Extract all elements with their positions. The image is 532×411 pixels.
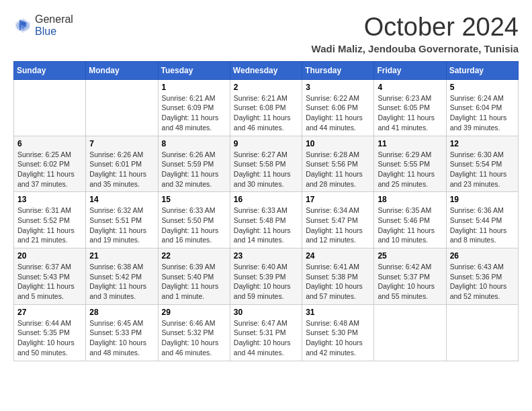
day-number: 13 [17, 195, 82, 204]
calendar-week-row: 1Sunrise: 6:21 AM Sunset: 6:09 PM Daylig… [14, 79, 519, 136]
calendar-cell [446, 304, 518, 361]
day-info: Sunrise: 6:44 AM Sunset: 5:35 PM Dayligh… [17, 318, 82, 358]
logo-line2: Blue [35, 26, 73, 38]
logo-text: General Blue [35, 13, 73, 38]
calendar-cell: 10Sunrise: 6:28 AM Sunset: 5:56 PM Dayli… [302, 136, 374, 192]
calendar-cell: 3Sunrise: 6:22 AM Sunset: 6:06 PM Daylig… [302, 79, 374, 136]
calendar-cell: 11Sunrise: 6:29 AM Sunset: 5:55 PM Dayli… [374, 136, 446, 192]
day-info: Sunrise: 6:28 AM Sunset: 5:56 PM Dayligh… [306, 150, 370, 189]
weekday-header: Thursday [302, 61, 374, 79]
day-number: 23 [234, 251, 298, 261]
day-info: Sunrise: 6:46 AM Sunset: 5:32 PM Dayligh… [162, 318, 226, 358]
calendar-cell: 24Sunrise: 6:41 AM Sunset: 5:38 PM Dayli… [302, 248, 374, 305]
day-info: Sunrise: 6:33 AM Sunset: 5:48 PM Dayligh… [234, 205, 298, 245]
day-info: Sunrise: 6:30 AM Sunset: 5:54 PM Dayligh… [450, 150, 515, 189]
calendar-cell: 8Sunrise: 6:26 AM Sunset: 5:59 PM Daylig… [158, 136, 230, 192]
day-number: 15 [162, 195, 226, 204]
calendar-cell [14, 79, 86, 136]
day-info: Sunrise: 6:48 AM Sunset: 5:30 PM Dayligh… [306, 318, 370, 358]
calendar-header: SundayMondayTuesdayWednesdayThursdayFrid… [14, 61, 519, 79]
calendar-body: 1Sunrise: 6:21 AM Sunset: 6:09 PM Daylig… [14, 79, 519, 361]
day-number: 31 [306, 308, 370, 317]
weekday-header: Friday [374, 61, 446, 79]
day-info: Sunrise: 6:45 AM Sunset: 5:33 PM Dayligh… [89, 318, 154, 358]
day-info: Sunrise: 6:38 AM Sunset: 5:42 PM Dayligh… [89, 262, 154, 302]
calendar-cell: 22Sunrise: 6:39 AM Sunset: 5:40 PM Dayli… [158, 248, 230, 305]
day-number: 30 [234, 308, 298, 317]
day-number: 12 [450, 139, 515, 148]
calendar-cell: 20Sunrise: 6:37 AM Sunset: 5:43 PM Dayli… [14, 248, 86, 305]
day-number: 16 [234, 195, 298, 204]
calendar-cell: 26Sunrise: 6:43 AM Sunset: 5:36 PM Dayli… [446, 248, 518, 305]
day-number: 19 [450, 195, 515, 204]
calendar-cell: 7Sunrise: 6:26 AM Sunset: 6:01 PM Daylig… [86, 136, 158, 192]
calendar-cell: 14Sunrise: 6:32 AM Sunset: 5:51 PM Dayli… [86, 192, 158, 248]
calendar-cell: 27Sunrise: 6:44 AM Sunset: 5:35 PM Dayli… [14, 304, 86, 361]
day-info: Sunrise: 6:36 AM Sunset: 5:44 PM Dayligh… [450, 205, 515, 245]
day-info: Sunrise: 6:26 AM Sunset: 6:01 PM Dayligh… [89, 150, 154, 189]
logo-icon [13, 16, 32, 35]
calendar-cell: 23Sunrise: 6:40 AM Sunset: 5:39 PM Dayli… [230, 248, 302, 305]
day-number: 9 [234, 139, 298, 148]
calendar-cell: 30Sunrise: 6:47 AM Sunset: 5:31 PM Dayli… [230, 304, 302, 361]
weekday-header: Monday [86, 61, 158, 79]
day-info: Sunrise: 6:40 AM Sunset: 5:39 PM Dayligh… [234, 262, 298, 302]
day-info: Sunrise: 6:21 AM Sunset: 6:09 PM Dayligh… [162, 93, 226, 133]
weekday-header: Sunday [14, 61, 86, 79]
title-block: October 2024 Wadi Maliz, Jendouba Govern… [312, 13, 519, 54]
day-number: 20 [17, 251, 82, 261]
weekday-header: Tuesday [158, 61, 230, 79]
calendar-cell: 31Sunrise: 6:48 AM Sunset: 5:30 PM Dayli… [302, 304, 374, 361]
calendar-cell: 13Sunrise: 6:31 AM Sunset: 5:52 PM Dayli… [14, 192, 86, 248]
calendar-cell: 9Sunrise: 6:27 AM Sunset: 5:58 PM Daylig… [230, 136, 302, 192]
calendar-cell [86, 79, 158, 136]
day-info: Sunrise: 6:37 AM Sunset: 5:43 PM Dayligh… [17, 262, 82, 302]
day-info: Sunrise: 6:41 AM Sunset: 5:38 PM Dayligh… [306, 262, 370, 302]
calendar-cell: 16Sunrise: 6:33 AM Sunset: 5:48 PM Dayli… [230, 192, 302, 248]
day-number: 4 [378, 83, 442, 92]
day-number: 2 [234, 83, 298, 92]
calendar-week-row: 27Sunrise: 6:44 AM Sunset: 5:35 PM Dayli… [14, 304, 519, 361]
day-info: Sunrise: 6:32 AM Sunset: 5:51 PM Dayligh… [89, 205, 154, 245]
day-number: 7 [89, 139, 154, 148]
day-info: Sunrise: 6:35 AM Sunset: 5:46 PM Dayligh… [378, 205, 442, 245]
day-number: 28 [89, 308, 154, 317]
day-number: 1 [162, 83, 226, 92]
logo-line1: General [35, 13, 73, 26]
page-header: General Blue October 2024 Wadi Maliz, Je… [13, 13, 519, 54]
day-number: 24 [306, 251, 370, 261]
calendar-cell: 5Sunrise: 6:24 AM Sunset: 6:04 PM Daylig… [446, 79, 518, 136]
day-info: Sunrise: 6:27 AM Sunset: 5:58 PM Dayligh… [234, 150, 298, 189]
day-number: 11 [378, 139, 442, 148]
day-info: Sunrise: 6:29 AM Sunset: 5:55 PM Dayligh… [378, 150, 442, 189]
month-title: October 2024 [312, 13, 519, 42]
svg-rect-4 [19, 20, 21, 30]
day-number: 17 [306, 195, 370, 204]
day-number: 5 [450, 83, 515, 92]
day-number: 25 [378, 251, 442, 261]
day-number: 10 [306, 139, 370, 148]
calendar-cell: 29Sunrise: 6:46 AM Sunset: 5:32 PM Dayli… [158, 304, 230, 361]
day-info: Sunrise: 6:42 AM Sunset: 5:37 PM Dayligh… [378, 262, 442, 302]
day-info: Sunrise: 6:39 AM Sunset: 5:40 PM Dayligh… [162, 262, 226, 302]
calendar-cell: 15Sunrise: 6:33 AM Sunset: 5:50 PM Dayli… [158, 192, 230, 248]
calendar-week-row: 20Sunrise: 6:37 AM Sunset: 5:43 PM Dayli… [14, 248, 519, 305]
day-info: Sunrise: 6:24 AM Sunset: 6:04 PM Dayligh… [450, 93, 515, 133]
calendar-cell: 18Sunrise: 6:35 AM Sunset: 5:46 PM Dayli… [374, 192, 446, 248]
day-number: 8 [162, 139, 226, 148]
day-info: Sunrise: 6:23 AM Sunset: 6:05 PM Dayligh… [378, 93, 442, 133]
day-info: Sunrise: 6:33 AM Sunset: 5:50 PM Dayligh… [162, 205, 226, 245]
weekday-row: SundayMondayTuesdayWednesdayThursdayFrid… [14, 61, 519, 79]
day-number: 21 [89, 251, 154, 261]
day-number: 27 [17, 308, 82, 317]
day-number: 14 [89, 195, 154, 204]
day-info: Sunrise: 6:25 AM Sunset: 6:02 PM Dayligh… [17, 150, 82, 189]
day-number: 6 [17, 139, 82, 148]
calendar-cell: 21Sunrise: 6:38 AM Sunset: 5:42 PM Dayli… [86, 248, 158, 305]
day-info: Sunrise: 6:34 AM Sunset: 5:47 PM Dayligh… [306, 205, 370, 245]
calendar-cell: 25Sunrise: 6:42 AM Sunset: 5:37 PM Dayli… [374, 248, 446, 305]
calendar-cell: 6Sunrise: 6:25 AM Sunset: 6:02 PM Daylig… [14, 136, 86, 192]
day-info: Sunrise: 6:22 AM Sunset: 6:06 PM Dayligh… [306, 93, 370, 133]
calendar-week-row: 13Sunrise: 6:31 AM Sunset: 5:52 PM Dayli… [14, 192, 519, 248]
calendar-cell: 17Sunrise: 6:34 AM Sunset: 5:47 PM Dayli… [302, 192, 374, 248]
